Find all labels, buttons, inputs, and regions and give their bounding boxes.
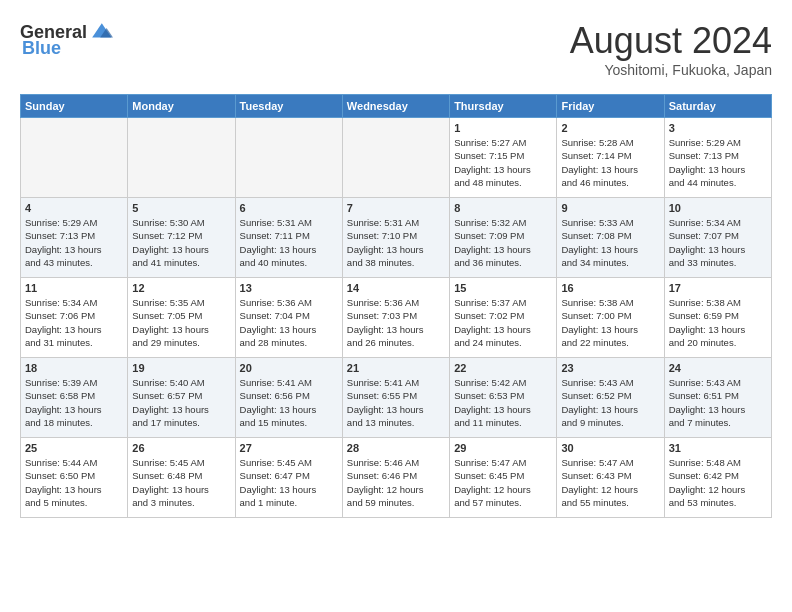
- calendar-row-1: 4Sunrise: 5:29 AMSunset: 7:13 PMDaylight…: [21, 198, 772, 278]
- day-info: Sunrise: 5:30 AMSunset: 7:12 PMDaylight:…: [132, 216, 230, 269]
- day-info-line: and 31 minutes.: [25, 337, 93, 348]
- day-number: 15: [454, 282, 552, 294]
- calendar-cell: 1Sunrise: 5:27 AMSunset: 7:15 PMDaylight…: [450, 118, 557, 198]
- calendar-cell: 22Sunrise: 5:42 AMSunset: 6:53 PMDayligh…: [450, 358, 557, 438]
- day-info: Sunrise: 5:34 AMSunset: 7:07 PMDaylight:…: [669, 216, 767, 269]
- calendar-cell: 8Sunrise: 5:32 AMSunset: 7:09 PMDaylight…: [450, 198, 557, 278]
- day-info-line: Sunrise: 5:40 AM: [132, 377, 204, 388]
- page-header: General Blue August 2024 Yoshitomi, Fuku…: [20, 20, 772, 78]
- day-info-line: Sunset: 6:59 PM: [669, 310, 739, 321]
- day-info-line: Sunset: 7:10 PM: [347, 230, 417, 241]
- day-info: Sunrise: 5:37 AMSunset: 7:02 PMDaylight:…: [454, 296, 552, 349]
- day-info-line: Daylight: 13 hours: [669, 244, 746, 255]
- day-info-line: Sunrise: 5:31 AM: [347, 217, 419, 228]
- day-info-line: Sunset: 6:52 PM: [561, 390, 631, 401]
- day-info-line: Sunset: 6:57 PM: [132, 390, 202, 401]
- weekday-header-friday: Friday: [557, 95, 664, 118]
- day-info-line: Daylight: 13 hours: [454, 324, 531, 335]
- day-info-line: Sunset: 7:11 PM: [240, 230, 310, 241]
- calendar-cell: 30Sunrise: 5:47 AMSunset: 6:43 PMDayligh…: [557, 438, 664, 518]
- day-info-line: Daylight: 13 hours: [240, 244, 317, 255]
- day-info: Sunrise: 5:29 AMSunset: 7:13 PMDaylight:…: [669, 136, 767, 189]
- day-info-line: Daylight: 13 hours: [240, 484, 317, 495]
- calendar-cell: 26Sunrise: 5:45 AMSunset: 6:48 PMDayligh…: [128, 438, 235, 518]
- calendar-cell: 3Sunrise: 5:29 AMSunset: 7:13 PMDaylight…: [664, 118, 771, 198]
- calendar-cell: 12Sunrise: 5:35 AMSunset: 7:05 PMDayligh…: [128, 278, 235, 358]
- day-info: Sunrise: 5:43 AMSunset: 6:52 PMDaylight:…: [561, 376, 659, 429]
- calendar-cell: 5Sunrise: 5:30 AMSunset: 7:12 PMDaylight…: [128, 198, 235, 278]
- day-number: 30: [561, 442, 659, 454]
- day-info-line: and 46 minutes.: [561, 177, 629, 188]
- day-info-line: Daylight: 13 hours: [240, 404, 317, 415]
- weekday-header-wednesday: Wednesday: [342, 95, 449, 118]
- calendar-table: SundayMondayTuesdayWednesdayThursdayFrid…: [20, 94, 772, 518]
- day-info-line: Sunset: 6:58 PM: [25, 390, 95, 401]
- day-number: 16: [561, 282, 659, 294]
- weekday-header-saturday: Saturday: [664, 95, 771, 118]
- day-info-line: and 48 minutes.: [454, 177, 522, 188]
- day-info-line: and 59 minutes.: [347, 497, 415, 508]
- day-info: Sunrise: 5:38 AMSunset: 7:00 PMDaylight:…: [561, 296, 659, 349]
- day-info-line: Sunrise: 5:43 AM: [561, 377, 633, 388]
- day-info: Sunrise: 5:41 AMSunset: 6:56 PMDaylight:…: [240, 376, 338, 429]
- calendar-cell: 14Sunrise: 5:36 AMSunset: 7:03 PMDayligh…: [342, 278, 449, 358]
- calendar-cell: [21, 118, 128, 198]
- day-info-line: Sunset: 6:56 PM: [240, 390, 310, 401]
- logo-icon: [89, 20, 113, 44]
- day-info-line: Sunrise: 5:35 AM: [132, 297, 204, 308]
- day-info: Sunrise: 5:47 AMSunset: 6:45 PMDaylight:…: [454, 456, 552, 509]
- day-number: 1: [454, 122, 552, 134]
- day-info-line: Daylight: 13 hours: [132, 484, 209, 495]
- day-info-line: Daylight: 13 hours: [669, 164, 746, 175]
- day-info-line: Sunset: 7:13 PM: [669, 150, 739, 161]
- day-info-line: Sunrise: 5:41 AM: [240, 377, 312, 388]
- day-info-line: Sunrise: 5:46 AM: [347, 457, 419, 468]
- day-info-line: and 7 minutes.: [669, 417, 731, 428]
- day-info-line: Daylight: 12 hours: [347, 484, 424, 495]
- day-info-line: Sunset: 7:14 PM: [561, 150, 631, 161]
- day-info-line: and 53 minutes.: [669, 497, 737, 508]
- day-info-line: Sunset: 7:04 PM: [240, 310, 310, 321]
- day-number: 21: [347, 362, 445, 374]
- day-info-line: Sunset: 6:51 PM: [669, 390, 739, 401]
- day-number: 20: [240, 362, 338, 374]
- day-info-line: Daylight: 13 hours: [669, 404, 746, 415]
- day-info-line: Daylight: 13 hours: [25, 244, 102, 255]
- day-info-line: Daylight: 13 hours: [561, 324, 638, 335]
- day-info-line: Sunrise: 5:43 AM: [669, 377, 741, 388]
- day-info: Sunrise: 5:38 AMSunset: 6:59 PMDaylight:…: [669, 296, 767, 349]
- calendar-cell: [128, 118, 235, 198]
- day-info-line: Sunset: 6:53 PM: [454, 390, 524, 401]
- day-info-line: Sunset: 7:00 PM: [561, 310, 631, 321]
- calendar-cell: 4Sunrise: 5:29 AMSunset: 7:13 PMDaylight…: [21, 198, 128, 278]
- day-info-line: Sunset: 6:47 PM: [240, 470, 310, 481]
- day-number: 19: [132, 362, 230, 374]
- day-info-line: Sunrise: 5:34 AM: [25, 297, 97, 308]
- day-info: Sunrise: 5:32 AMSunset: 7:09 PMDaylight:…: [454, 216, 552, 269]
- day-info-line: and 26 minutes.: [347, 337, 415, 348]
- day-info-line: and 43 minutes.: [25, 257, 93, 268]
- calendar-cell: 16Sunrise: 5:38 AMSunset: 7:00 PMDayligh…: [557, 278, 664, 358]
- calendar-cell: 6Sunrise: 5:31 AMSunset: 7:11 PMDaylight…: [235, 198, 342, 278]
- day-number: 2: [561, 122, 659, 134]
- day-info-line: Sunrise: 5:29 AM: [669, 137, 741, 148]
- calendar-cell: 24Sunrise: 5:43 AMSunset: 6:51 PMDayligh…: [664, 358, 771, 438]
- day-info-line: and 13 minutes.: [347, 417, 415, 428]
- day-info-line: Daylight: 13 hours: [347, 404, 424, 415]
- day-info-line: Daylight: 13 hours: [132, 404, 209, 415]
- day-info-line: Daylight: 13 hours: [347, 324, 424, 335]
- calendar-cell: 10Sunrise: 5:34 AMSunset: 7:07 PMDayligh…: [664, 198, 771, 278]
- day-info-line: Sunrise: 5:30 AM: [132, 217, 204, 228]
- day-number: 13: [240, 282, 338, 294]
- location-subtitle: Yoshitomi, Fukuoka, Japan: [570, 62, 772, 78]
- weekday-header-thursday: Thursday: [450, 95, 557, 118]
- calendar-cell: 15Sunrise: 5:37 AMSunset: 7:02 PMDayligh…: [450, 278, 557, 358]
- day-info-line: Daylight: 13 hours: [561, 244, 638, 255]
- day-info-line: and 24 minutes.: [454, 337, 522, 348]
- day-info-line: Sunset: 7:08 PM: [561, 230, 631, 241]
- day-number: 31: [669, 442, 767, 454]
- weekday-header-monday: Monday: [128, 95, 235, 118]
- day-number: 4: [25, 202, 123, 214]
- day-info-line: Daylight: 13 hours: [561, 404, 638, 415]
- day-info: Sunrise: 5:44 AMSunset: 6:50 PMDaylight:…: [25, 456, 123, 509]
